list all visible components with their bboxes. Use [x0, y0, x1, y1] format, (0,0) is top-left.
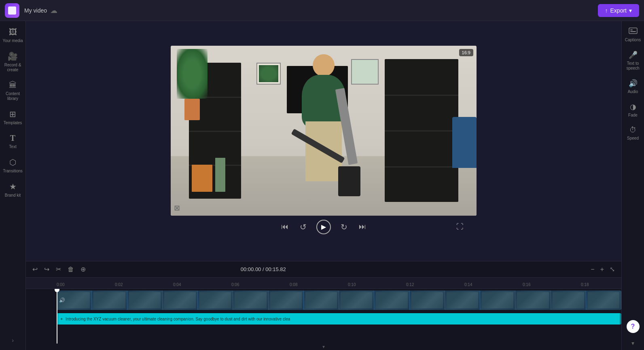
fade-icon: ◑: [630, 102, 636, 111]
tracks-container: 🔊: [26, 289, 621, 344]
redo-button[interactable]: ↪: [42, 264, 51, 275]
rewind-button[interactable]: ↺: [298, 221, 308, 233]
help-button[interactable]: ?: [627, 320, 640, 333]
caption-handle-right[interactable]: [620, 313, 621, 325]
fit-timeline-button[interactable]: ⤡: [608, 264, 616, 275]
video-container: 16:9 ⊠ ⏮ ↺ ▶ ↻ ⏭ ⛶: [171, 46, 477, 237]
film-frame-2: [92, 291, 127, 310]
ruler-label-18: 0:18: [581, 282, 589, 287]
sidebar-item-transitions[interactable]: ⬡ Transitions: [0, 154, 25, 177]
ruler-label-10: 0:10: [348, 282, 356, 287]
skip-forward-button[interactable]: ⏭: [357, 221, 368, 233]
export-icon: ↑: [605, 7, 608, 14]
sidebar-item-your-media[interactable]: 🖼 Your media: [0, 24, 25, 47]
expand-icon[interactable]: ▾: [322, 344, 325, 350]
speed-label: Speed: [627, 136, 639, 141]
sidebar-item-label-transitions: Transitions: [3, 169, 23, 174]
ruler-label-0: 0:00: [57, 282, 64, 287]
sidebar-item-speed[interactable]: ⏱ Speed: [622, 123, 644, 144]
caption-text: Introducing the XYZ vacuum cleaner, your…: [66, 317, 290, 321]
preview-area: 16:9 ⊠ ⏮ ↺ ▶ ↻ ⏭ ⛶: [26, 21, 621, 261]
fade-label: Fade: [628, 113, 638, 118]
ruler-container: 0:00 0:02 0:04 0:06 0:08: [57, 278, 621, 287]
aspect-ratio-badge: 16:9: [459, 49, 473, 56]
transitions-icon: ⬡: [9, 157, 16, 167]
zoom-out-button[interactable]: −: [589, 264, 596, 275]
record-icon: 🎥: [8, 51, 18, 61]
ruler-label-2: 0:02: [115, 282, 123, 287]
sidebar-item-brand-kit[interactable]: ★ Brand kit: [0, 178, 25, 201]
text-to-speech-label: Text tospeech: [626, 61, 639, 71]
delete-button[interactable]: 🗑: [66, 264, 76, 275]
sidebar-collapse-handle[interactable]: ›: [8, 334, 17, 347]
sidebar-item-captions[interactable]: Captions: [622, 24, 644, 46]
film-frame-5: [198, 291, 233, 310]
caption-track[interactable]: ✦ Introducing the XYZ vacuum cleaner, yo…: [57, 313, 621, 325]
video-scene: [171, 46, 477, 216]
right-sidebar-expand-button[interactable]: ▾: [631, 339, 634, 347]
ruler-label-4: 0:04: [173, 282, 181, 287]
film-frame-4: [163, 291, 198, 310]
ruler-label-12: 0:12: [406, 282, 414, 287]
film-frame-7: [269, 291, 304, 310]
forward-button[interactable]: ↻: [339, 221, 349, 233]
sidebar-item-content-library[interactable]: 🏛 Contentlibrary: [0, 77, 25, 104]
content-library-icon: 🏛: [9, 81, 17, 90]
fullscreen-button[interactable]: ⛶: [456, 223, 464, 231]
export-button[interactable]: ↑ Export ▾: [598, 4, 639, 17]
main-area: 🖼 Your media 🎥 Record &create 🏛 Contentl…: [0, 21, 644, 350]
film-frame-9: [339, 291, 374, 310]
timecode-display: 00:00.00 / 00:15.82: [241, 266, 286, 272]
svg-rect-1: [630, 30, 633, 30]
center-content: 16:9 ⊠ ⏮ ↺ ▶ ↻ ⏭ ⛶ ↩ ↪: [26, 21, 621, 350]
film-frame-11: [410, 291, 445, 310]
cut-button[interactable]: ✂: [54, 264, 63, 275]
sidebar-item-fade[interactable]: ◑ Fade: [622, 99, 644, 121]
sidebar-item-label-record: Record &create: [4, 63, 21, 72]
brand-kit-icon: ★: [9, 182, 17, 191]
audio-icon: 🔊: [629, 79, 638, 88]
sidebar-item-templates[interactable]: ⊞ Templates: [0, 106, 25, 129]
sidebar-item-audio[interactable]: 🔊 Audio: [622, 76, 644, 98]
your-media-icon: 🖼: [9, 28, 17, 37]
audio-label: Audio: [628, 89, 638, 94]
vacuum-body: [338, 166, 360, 196]
sidebar-item-record[interactable]: 🎥 Record &create: [0, 48, 25, 76]
ruler-label-16: 0:16: [523, 282, 530, 287]
playhead: [57, 289, 57, 344]
timeline-ruler: 0:00 0:02 0:04 0:06 0:08: [26, 278, 621, 289]
undo-button[interactable]: ↩: [31, 264, 39, 275]
sidebar-item-text-to-speech[interactable]: 🎤 Text tospeech: [622, 47, 644, 74]
sidebar-item-label-your-media: Your media: [2, 38, 23, 43]
export-chevron-icon: ▾: [629, 7, 632, 14]
shelf-board-2: [189, 131, 241, 132]
play-button[interactable]: ▶: [316, 220, 331, 234]
ruler-label-6: 0:06: [231, 282, 239, 287]
shelf-right-board-2: [385, 130, 458, 132]
add-to-timeline-button[interactable]: ⊕: [79, 264, 87, 275]
svg-rect-2: [630, 31, 636, 32]
video-track[interactable]: 🔊: [57, 291, 621, 310]
ruler-label-14: 0:14: [464, 282, 472, 287]
film-frame-8: [304, 291, 339, 310]
sidebar-item-text[interactable]: T Text: [0, 130, 25, 153]
plant-container: [177, 49, 208, 120]
app-logo: [5, 3, 19, 18]
film-frame-3: [127, 291, 163, 310]
film-frame-16: [586, 291, 621, 310]
shelf-books: [192, 165, 212, 192]
sidebar-item-label-brand-kit: Brand kit: [5, 193, 21, 198]
timeline-bottom: ▾: [26, 344, 621, 350]
left-sidebar: 🖼 Your media 🎥 Record &create 🏛 Contentl…: [0, 21, 26, 350]
video-preview: 16:9 ⊠: [171, 46, 477, 216]
captions-icon: [629, 28, 638, 36]
sidebar-item-label-templates: Templates: [4, 121, 22, 125]
shelf-right-board-1: [385, 95, 458, 96]
film-frame-13: [480, 291, 515, 310]
project-title: My video: [24, 7, 47, 14]
svg-rect-0: [629, 28, 637, 34]
right-sidebar-expand-icon: ▾: [631, 340, 634, 346]
skip-back-button[interactable]: ⏮: [280, 221, 290, 233]
zoom-in-button[interactable]: +: [599, 264, 606, 275]
timeline-content: 0:00 0:02 0:04 0:06 0:08: [26, 278, 621, 350]
